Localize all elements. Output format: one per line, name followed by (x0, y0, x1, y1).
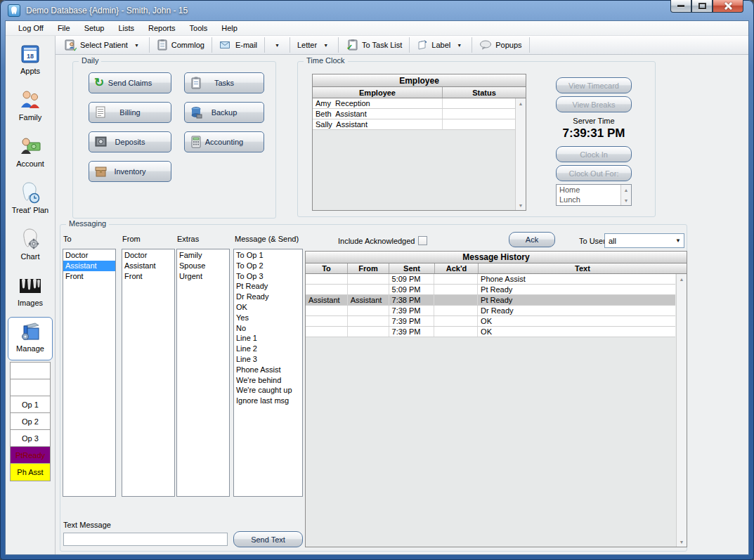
message-history-rows: 5:09 PM Phone Assist 5:09 PM Pt Ready (306, 274, 675, 547)
employee-row[interactable]: Beth Assistant (313, 109, 526, 119)
label-button[interactable]: Label ▼ (410, 37, 471, 53)
message-item[interactable]: Phone Assist (234, 365, 302, 375)
popups-button[interactable]: Popups (473, 37, 528, 53)
message-item[interactable]: No (234, 323, 302, 334)
deposits-button[interactable]: Deposits (89, 131, 171, 152)
accounting-button[interactable]: Accounting (184, 131, 264, 152)
select-patient-button[interactable]: ✓ Select Patient ▼ (58, 37, 148, 53)
message-item[interactable]: Dr Ready (234, 292, 302, 302)
to-item-front[interactable]: Front (63, 271, 115, 282)
employee-row[interactable]: Sally Assistant (313, 119, 526, 130)
history-row-selected[interactable]: Assistant Assistant 7:38 PM Pt Ready (306, 295, 675, 306)
history-row[interactable]: 7:39 PM OK (306, 316, 675, 327)
svg-text:✓: ✓ (73, 46, 77, 51)
tasks-button[interactable]: Tasks (184, 72, 264, 93)
from-item-front[interactable]: Front (122, 271, 174, 282)
title-bar[interactable]: Demo Database {Admin} - Smith, John - 15 (0, 0, 754, 20)
sidebar-item-family[interactable]: Family (8, 86, 53, 130)
commlog-label: Commlog (171, 41, 204, 49)
include-acknowledged-checkbox[interactable] (418, 236, 427, 245)
sidebar-item-account[interactable]: Account (8, 133, 53, 176)
sidebar-item-images[interactable]: Images (8, 272, 53, 315)
history-row[interactable]: 7:39 PM OK (306, 327, 675, 337)
menu-log-off[interactable]: Log Off (11, 22, 51, 34)
op-cell-op3[interactable]: Op 3 (11, 430, 50, 447)
view-timecard-button[interactable]: View Timecard (556, 77, 632, 93)
clock-out-for-button[interactable]: Clock Out For: (556, 165, 632, 181)
to-listbox: Doctor Assistant Front (63, 249, 116, 497)
op-cell-phasst[interactable]: Ph Asst (11, 464, 50, 481)
menu-reports[interactable]: Reports (141, 22, 183, 34)
employee-row[interactable]: Amy Reception (313, 98, 526, 109)
from-item-doctor[interactable]: Doctor (122, 250, 174, 261)
message-item[interactable]: Pt Ready (234, 281, 302, 292)
close-button[interactable] (713, 0, 743, 13)
sidebar-item-treat-plan[interactable]: Treat' Plan (8, 179, 53, 223)
op-cell-op1[interactable]: Op 1 (11, 396, 50, 413)
scroll-down-icon[interactable]: ▼ (516, 200, 526, 210)
extras-item-spouse[interactable]: Spouse (177, 261, 229, 271)
message-history-scrollbar[interactable]: ▲ ▼ (676, 274, 687, 547)
menu-tools[interactable]: Tools (183, 22, 215, 34)
message-item[interactable]: To Op 1 (234, 250, 302, 261)
message-item[interactable]: Ignore last msg (234, 396, 302, 406)
history-text: OK (478, 316, 675, 326)
extras-item-family[interactable]: Family (177, 250, 229, 261)
to-column-header: To (306, 263, 348, 273)
history-row[interactable]: 5:09 PM Pt Ready (306, 285, 675, 295)
op-cell-ptready[interactable]: PtReady (11, 447, 50, 464)
to-item-doctor[interactable]: Doctor (63, 250, 115, 261)
menu-help[interactable]: Help (214, 22, 245, 34)
scroll-up-icon[interactable]: ▲ (621, 185, 631, 195)
scroll-down-icon[interactable]: ▼ (677, 537, 687, 547)
history-row[interactable]: 7:39 PM Dr Ready (306, 306, 675, 316)
history-from: Assistant (348, 295, 389, 305)
op-cell-empty-1[interactable] (11, 363, 50, 379)
extras-item-urgent[interactable]: Urgent (177, 271, 229, 282)
letter-button[interactable]: Letter ▼ (291, 37, 337, 53)
op-cell-op2[interactable]: Op 2 (11, 413, 50, 430)
send-claims-button[interactable]: ↻ Send Claims (89, 72, 171, 93)
send-text-button[interactable]: Send Text (233, 531, 303, 547)
backup-button[interactable]: Backup (184, 102, 264, 123)
minimize-button[interactable] (670, 0, 691, 13)
to-item-assistant[interactable]: Assistant (63, 261, 115, 271)
to-task-list-button[interactable]: ✓ To Task List (339, 37, 408, 53)
clock-out-list-scrollbar[interactable]: ▲ ▼ (620, 185, 631, 205)
message-item[interactable]: To Op 2 (234, 261, 302, 271)
email-button[interactable]: E-mail (213, 37, 264, 53)
menu-file[interactable]: File (51, 22, 77, 34)
ack-button[interactable]: Ack (509, 232, 555, 247)
sidebar-item-label: Family (19, 113, 41, 122)
menu-lists[interactable]: Lists (111, 22, 141, 34)
sidebar-item-appts[interactable]: 18 Appts (8, 40, 53, 84)
view-breaks-button[interactable]: View Breaks (556, 96, 632, 112)
message-item[interactable]: To Op 3 (234, 271, 302, 282)
sidebar-item-manage[interactable]: Manage (8, 317, 53, 360)
billing-button[interactable]: Billing (89, 102, 171, 123)
scroll-up-icon[interactable]: ▲ (516, 98, 526, 108)
commlog-button[interactable]: Commlog (150, 37, 211, 53)
message-item[interactable]: We're caught up (234, 385, 302, 396)
from-item-assistant[interactable]: Assistant (122, 261, 174, 271)
message-item[interactable]: We're behind (234, 375, 302, 386)
clock-out-options-list[interactable]: Home Lunch ▲ ▼ (556, 184, 632, 206)
scroll-up-icon[interactable]: ▲ (677, 274, 687, 284)
sidebar-item-chart[interactable]: Chart (8, 226, 53, 269)
clock-in-button[interactable]: Clock In (556, 146, 632, 162)
message-item[interactable]: Line 2 (234, 344, 302, 354)
email-dropdown-button[interactable]: ▼ (266, 37, 289, 53)
employee-table-scrollbar[interactable]: ▲ ▼ (515, 98, 526, 210)
maximize-button[interactable] (691, 0, 713, 13)
history-row[interactable]: 5:09 PM Phone Assist (306, 274, 675, 285)
op-cell-empty-2[interactable] (11, 379, 50, 396)
text-message-input[interactable] (63, 533, 228, 546)
menu-setup[interactable]: Setup (77, 22, 112, 34)
inventory-button[interactable]: Inventory (89, 161, 171, 182)
message-item[interactable]: Line 1 (234, 333, 302, 344)
message-item[interactable]: OK (234, 302, 302, 313)
to-user-dropdown[interactable]: all ▼ (604, 233, 684, 248)
message-item[interactable]: Yes (234, 313, 302, 323)
message-item[interactable]: Line 3 (234, 354, 302, 365)
scroll-down-icon[interactable]: ▼ (621, 195, 631, 205)
